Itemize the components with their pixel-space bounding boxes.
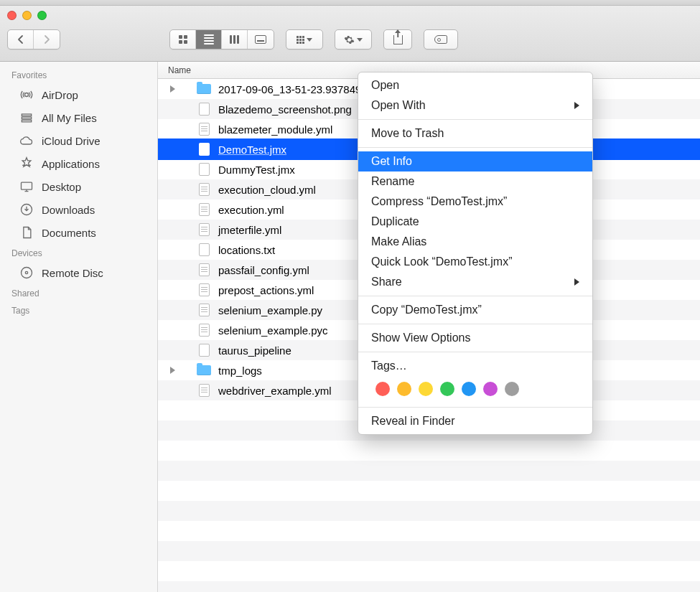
close-window-button[interactable] xyxy=(7,11,17,20)
traffic-lights xyxy=(7,6,693,25)
context-menu-item[interactable]: Make Alias xyxy=(358,232,592,252)
context-menu-item-label: Quick Look “DemoTest.jmx” xyxy=(371,255,513,268)
sidebar-item-applications[interactable]: Applications xyxy=(0,152,157,175)
disclosure-triangle-icon[interactable] xyxy=(167,367,178,374)
context-menu-item[interactable]: Open xyxy=(358,75,592,95)
chevron-down-icon xyxy=(307,38,312,42)
sidebar-item-documents[interactable]: Documents xyxy=(0,221,157,244)
sidebar-item-downloads[interactable]: Downloads xyxy=(0,198,157,221)
context-menu-item[interactable]: Reveal in Finder xyxy=(358,411,592,431)
fullscreen-window-button[interactable] xyxy=(37,11,47,20)
context-menu-item[interactable]: Copy “DemoTest.jmx” xyxy=(358,300,592,320)
context-menu-item[interactable]: Rename xyxy=(358,172,592,192)
file-name-label: 2017-09-06_13-51-23.937849 xyxy=(218,83,361,95)
tag-color-dot[interactable] xyxy=(397,382,411,396)
context-menu-item-label: Duplicate xyxy=(371,215,419,228)
svg-point-7 xyxy=(22,268,32,278)
grid-icon xyxy=(179,35,187,44)
context-menu-separator xyxy=(358,119,592,120)
tag-color-dot[interactable] xyxy=(440,382,454,396)
context-menu-item[interactable]: Show View Options xyxy=(358,328,592,348)
empty-row xyxy=(158,441,700,461)
empty-row xyxy=(158,481,700,501)
sidebar-item-label: All My Files xyxy=(42,112,97,124)
svg-rect-4 xyxy=(22,165,31,166)
minimize-window-button[interactable] xyxy=(22,11,32,20)
cloud-icon xyxy=(19,133,34,149)
file-name-label: execution_cloud.yml xyxy=(218,184,316,196)
file-name-label: passfail_config.yml xyxy=(218,264,309,276)
context-menu-item[interactable]: Tags… xyxy=(358,356,592,376)
file-icon xyxy=(197,263,211,277)
svg-rect-2 xyxy=(22,117,31,119)
context-menu-item[interactable]: Move to Trash xyxy=(358,123,592,144)
file-name-label: prepost_actions.yml xyxy=(218,284,314,296)
file-icon xyxy=(197,283,211,297)
documents-icon xyxy=(19,225,34,240)
context-menu-item[interactable]: Get Info xyxy=(358,151,592,172)
sidebar-item-desktop[interactable]: Desktop xyxy=(0,175,157,198)
file-name-label: selenium_example.pyc xyxy=(218,324,328,337)
context-menu-item[interactable]: Compress “DemoTest.jmx” xyxy=(358,192,592,212)
coverflow-view-button[interactable] xyxy=(248,30,274,49)
svg-rect-3 xyxy=(22,120,31,122)
context-menu-item-label: Share xyxy=(371,276,402,288)
sidebar-item-label: Desktop xyxy=(42,181,81,193)
share-button[interactable] xyxy=(383,29,412,50)
edit-tags-button[interactable] xyxy=(424,29,458,50)
empty-row xyxy=(158,521,700,541)
sidebar-item-label: iCloud Drive xyxy=(42,135,101,147)
sidebar-item-all-my-files[interactable]: All My Files xyxy=(0,106,157,129)
sidebar-section-header: Favorites xyxy=(0,66,157,83)
forward-button[interactable] xyxy=(34,30,60,49)
view-mode-group xyxy=(169,29,274,50)
content-area: FavoritesAirDropAll My FilesiCloud Drive… xyxy=(0,62,700,592)
allfiles-icon xyxy=(19,110,34,126)
file-icon xyxy=(197,142,211,156)
file-name-label: jmeterfile.yml xyxy=(218,224,281,236)
tag-color-dot[interactable] xyxy=(462,382,476,396)
file-name-label: execution.yml xyxy=(218,204,284,216)
list-view-button[interactable] xyxy=(196,30,222,49)
arrange-button[interactable] xyxy=(286,29,323,50)
context-menu-separator xyxy=(358,407,592,408)
action-button[interactable] xyxy=(335,29,372,50)
file-name-label: Blazedemo_screenshot.png xyxy=(218,103,352,116)
tag-color-dot[interactable] xyxy=(375,382,390,396)
empty-row xyxy=(158,561,700,581)
context-menu-item[interactable]: Open With xyxy=(358,95,592,116)
arrange-icon xyxy=(297,36,304,44)
context-menu-item-label: Copy “DemoTest.jmx” xyxy=(371,304,482,316)
tag-icon xyxy=(434,35,447,44)
context-menu-item-label: Compress “DemoTest.jmx” xyxy=(371,195,507,208)
context-menu-item[interactable]: Quick Look “DemoTest.jmx” xyxy=(358,252,592,272)
empty-row xyxy=(158,501,700,521)
context-menu: OpenOpen WithMove to TrashGet InfoRename… xyxy=(358,72,593,435)
sidebar-item-remote-disc[interactable]: Remote Disc xyxy=(0,261,157,284)
column-view-button[interactable] xyxy=(222,30,248,49)
tag-color-dot[interactable] xyxy=(505,382,519,396)
file-name-label: webdriver_example.yml xyxy=(218,385,332,397)
file-name-label: selenium_example.py xyxy=(218,304,322,316)
window-titlebar xyxy=(0,6,700,62)
context-menu-item-label: Open xyxy=(371,79,399,92)
file-name-label: locations.txt xyxy=(218,244,275,256)
context-menu-separator xyxy=(358,147,592,148)
back-button[interactable] xyxy=(8,30,34,49)
disclosure-triangle-icon[interactable] xyxy=(167,85,178,93)
context-menu-item[interactable]: Share xyxy=(358,272,592,292)
svg-rect-5 xyxy=(22,182,32,189)
context-menu-item[interactable]: Duplicate xyxy=(358,212,592,232)
sidebar-item-icloud-drive[interactable]: iCloud Drive xyxy=(0,129,157,152)
desktop-icon xyxy=(19,179,34,194)
nav-buttons xyxy=(7,29,60,50)
file-icon xyxy=(197,202,211,217)
icon-view-button[interactable] xyxy=(170,30,196,49)
context-menu-item-label: Reveal in Finder xyxy=(371,415,455,428)
tag-color-dot[interactable] xyxy=(419,382,433,396)
context-menu-separator xyxy=(358,352,592,352)
tag-color-dot[interactable] xyxy=(483,382,498,396)
sidebar-item-airdrop[interactable]: AirDrop xyxy=(0,83,157,106)
svg-point-0 xyxy=(25,93,29,97)
disc-icon xyxy=(19,265,34,281)
